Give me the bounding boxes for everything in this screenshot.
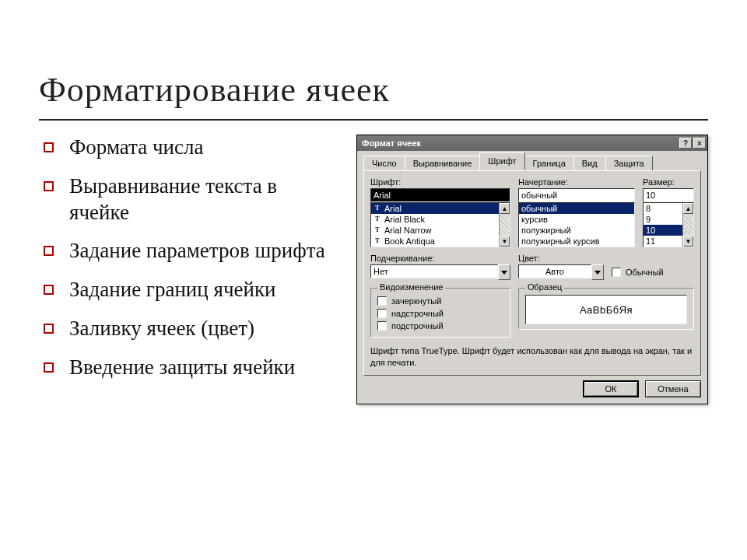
checkbox-icon [612,268,621,277]
truetype-icon: T [374,237,381,245]
sample-legend: Образец [525,282,564,292]
underline-label: Подчеркивание: [370,254,510,263]
effects-group: Видоизменение зачеркнутый надстрочный по… [370,288,510,338]
tab-number[interactable]: Число [363,156,405,171]
list-item: Формата числа [39,135,341,161]
bullet-icon [44,142,54,152]
tab-bar: Число Выравнивание Шрифт Граница Вид Защ… [363,153,701,170]
subscript-checkbox[interactable]: подстрочный [377,320,503,332]
format-cells-dialog: Формат ячеек ? × Число Выравнивание Шриф… [356,135,708,404]
color-label: Цвет: [518,254,604,263]
tab-fill[interactable]: Вид [573,156,606,171]
divider [39,119,708,121]
bullet-icon [44,181,54,191]
normal-checkbox[interactable]: Обычный [612,266,664,278]
underline-value[interactable] [370,264,498,278]
dropdown-button[interactable] [591,264,604,280]
bullet-icon [44,362,54,373]
truetype-icon: T [374,205,381,212]
strike-checkbox[interactable]: зачеркнутый [377,295,503,307]
scroll-up-button[interactable]: ▲ [683,203,693,214]
bullet-list: Формата числа Выравнивание текста в ячей… [39,135,341,393]
size-input[interactable] [643,188,694,202]
font-listbox[interactable]: TArial TArial Black TArial Narrow TBook … [370,202,510,247]
dropdown-button[interactable] [498,264,510,280]
sample-preview: AaBbБбЯя [525,295,687,324]
style-label: Начертание: [518,177,635,187]
normal-label: Обычный [626,268,664,277]
list-item: Введение защиты ячейки [39,355,341,381]
help-button[interactable]: ? [679,138,692,149]
superscript-checkbox[interactable]: надстрочный [377,307,503,320]
dialog-title: Формат ячеек [362,138,421,148]
font-option[interactable]: TArial Black [371,214,510,225]
scroll-up-button[interactable]: ▲ [500,203,510,214]
scroll-down-button[interactable]: ▼ [683,236,693,247]
truetype-icon: T [374,226,381,234]
font-option[interactable]: TArial [371,203,510,214]
truetype-icon: T [374,215,381,223]
size-label: Размер: [643,177,694,187]
style-option[interactable]: курсив [519,214,634,225]
hint-text: Шрифт типа TrueType. Шрифт будет использ… [370,345,694,369]
cancel-button[interactable]: Отмена [645,380,701,397]
font-input[interactable] [370,188,510,202]
tab-font[interactable]: Шрифт [479,152,524,170]
list-item: Задание границ ячейки [39,277,341,303]
list-item: Заливку ячеек (цвет) [39,316,341,342]
sample-group: Образец AaBbБбЯя [518,288,694,330]
color-value[interactable] [518,264,591,278]
list-item: Задание параметров шрифта [39,238,341,264]
bullet-icon [44,324,54,334]
style-listbox[interactable]: обычный курсив полужирный полужирный кур… [518,202,635,247]
tab-alignment[interactable]: Выравнивание [405,156,481,171]
style-option[interactable]: полужирный курсив [519,236,634,247]
tab-protection[interactable]: Защита [605,156,653,171]
close-button[interactable]: × [693,138,706,149]
style-option[interactable]: обычный [519,203,634,214]
chevron-down-icon [501,271,507,275]
font-label: Шрифт: [370,177,510,187]
slide-title: Форматирование ячеек [39,70,708,110]
ok-button[interactable]: ОК [583,380,639,397]
checkbox-icon [377,296,387,306]
size-listbox[interactable]: 8 9 10 11 ▲ ▼ [643,202,694,247]
tab-border[interactable]: Граница [524,156,574,171]
bullet-icon [44,285,54,295]
scroll-down-button[interactable]: ▼ [500,236,510,247]
chevron-down-icon [594,271,601,275]
style-input[interactable] [518,188,635,202]
font-tab-panel: Шрифт: TArial TArial Black TArial Narrow… [363,170,701,376]
scrollbar[interactable]: ▲ ▼ [682,203,693,247]
checkbox-icon [377,309,387,318]
effects-legend: Видоизменение [377,282,445,292]
titlebar[interactable]: Формат ячеек ? × [357,135,707,151]
bullet-icon [44,246,54,256]
list-item: Выравнивание текста в ячейке [39,173,341,226]
font-option[interactable]: TArial Narrow [371,225,510,236]
underline-combo[interactable] [370,264,510,280]
color-combo[interactable] [518,264,604,280]
checkbox-icon [377,321,387,331]
font-option[interactable]: TBook Antiqua [371,236,510,247]
style-option[interactable]: полужирный [519,225,634,236]
scrollbar[interactable]: ▲ ▼ [499,203,510,247]
